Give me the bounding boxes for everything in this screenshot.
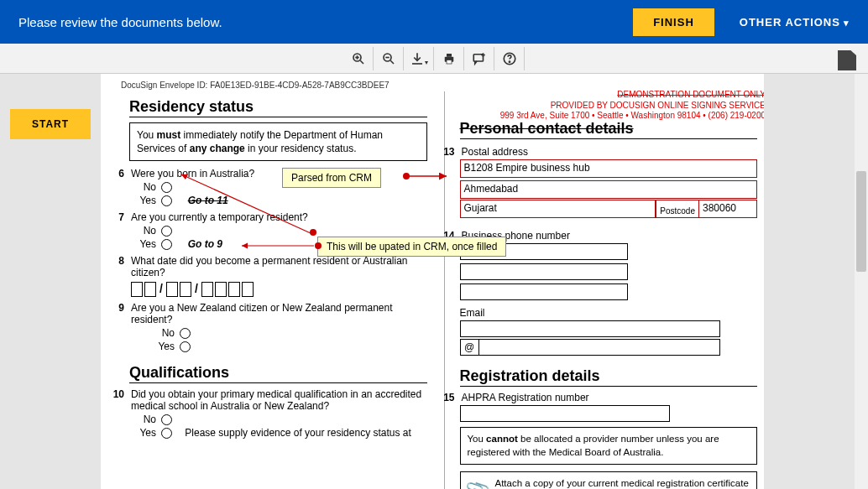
comment-icon[interactable] [464, 47, 494, 70]
zoom-in-icon[interactable] [343, 47, 374, 70]
svg-line-1 [360, 60, 363, 64]
print-icon[interactable] [434, 47, 464, 70]
finish-button[interactable]: FINISH [633, 8, 714, 36]
zoom-out-icon[interactable] [374, 47, 404, 70]
page-panel-icon[interactable] [838, 50, 856, 70]
svg-line-5 [390, 60, 394, 64]
svg-rect-9 [447, 60, 452, 64]
toolbar: ▾ [0, 44, 868, 74]
other-actions-dropdown[interactable]: OTHER ACTIONS [740, 16, 850, 29]
svg-point-14 [509, 61, 510, 62]
svg-rect-8 [447, 54, 452, 57]
header-message: Please review the documents below. [18, 15, 633, 29]
help-icon[interactable] [494, 47, 525, 70]
download-icon[interactable]: ▾ [404, 47, 434, 70]
